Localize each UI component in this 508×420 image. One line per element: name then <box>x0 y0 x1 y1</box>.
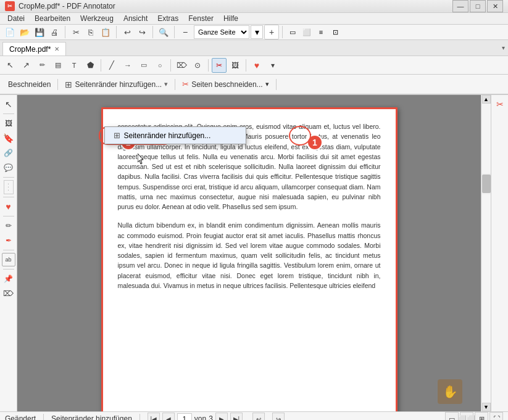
tab-close-button[interactable]: ✕ <box>54 46 59 52</box>
nav-last-button[interactable]: ▶| <box>230 413 243 420</box>
lt-bookmark[interactable]: 🔖 <box>2 131 15 145</box>
scroll-thumb[interactable] <box>482 175 491 193</box>
save-button[interactable]: 💾 <box>32 25 47 39</box>
scroll-down-button[interactable]: ▼ <box>482 403 491 411</box>
open-button[interactable]: 📂 <box>17 25 32 39</box>
dropdown-item-label: Seitenränder hinzufügen... <box>124 131 211 140</box>
seitenraender-icon: ⊞ <box>65 80 72 89</box>
lt-text-ab[interactable]: ab <box>2 253 15 266</box>
page-current-input[interactable] <box>177 413 192 420</box>
scroll-up-button[interactable]: ▲ <box>482 95 491 104</box>
dropdown-icon: ⊞ <box>114 131 120 140</box>
menu-datei[interactable]: Datei <box>2 13 30 24</box>
print-button[interactable]: 🖨 <box>47 25 62 39</box>
pdf-area: consectetur adipiscing elit. Quisque eni… <box>17 95 481 411</box>
zoom-plus-button[interactable]: ▾ <box>251 25 263 39</box>
menu-hilfe[interactable]: Hilfe <box>219 13 243 24</box>
beschneiden-label: Beschneiden <box>8 80 51 89</box>
redo-button[interactable]: ↪ <box>135 25 149 39</box>
undo-button[interactable]: ↩ <box>120 25 135 39</box>
page-info: von 3 <box>177 413 213 420</box>
new-button[interactable]: 📄 <box>2 25 17 39</box>
lt-pen2[interactable]: ✒ <box>2 234 15 247</box>
image-tool[interactable]: 🖼 <box>228 58 243 73</box>
search-button[interactable]: 🔍 <box>156 25 171 39</box>
window-controls: — □ ✕ <box>452 0 503 12</box>
page-total: 3 <box>209 414 213 420</box>
menu-fenster[interactable]: Fenster <box>183 13 219 24</box>
vc-single-button[interactable]: ▭ <box>445 412 459 420</box>
text-tool[interactable]: T <box>67 58 81 73</box>
circle-tool[interactable]: ○ <box>152 58 167 73</box>
close-button[interactable]: ✕ <box>487 0 503 12</box>
highlighter-tool[interactable]: ▤ <box>51 58 65 73</box>
main-toolbar: 📄 📂 💾 🖨 ✂ ⎘ 📋 ↩ ↪ 🔍 − Ganze Seite 50% 75… <box>0 25 508 40</box>
tab-scroll-button[interactable]: ▾ <box>498 39 508 56</box>
app-icon: ✂ <box>5 1 15 11</box>
menu-ansicht[interactable]: Ansicht <box>119 13 152 24</box>
crop-active-tool[interactable]: ✂ <box>212 58 227 73</box>
eraser-tool[interactable]: ⌦ <box>174 58 189 73</box>
nav-next-button[interactable]: ▶ <box>215 413 228 420</box>
arrow-tool[interactable]: ↗ <box>19 58 33 73</box>
pdf-page: consectetur adipiscing elit. Quisque eni… <box>101 107 398 411</box>
seitenraender-arrow: ▾ <box>164 80 168 88</box>
nav-prev-button[interactable]: ◀ <box>162 413 175 420</box>
lt-page-thumb[interactable]: 🖼 <box>2 117 15 130</box>
view-single-button[interactable]: ▭ <box>286 25 299 39</box>
menu-werkzeug[interactable]: Werkzeug <box>75 13 119 24</box>
stamp-tool[interactable]: ⬟ <box>83 58 98 73</box>
seitenraender-label: Seitenränder hinzufügen... <box>75 80 162 89</box>
vc-double-button[interactable]: ⬜⬜ <box>460 412 473 420</box>
lt-eraser[interactable]: ⌦ <box>2 287 15 300</box>
nav-forward-button[interactable]: ↪ <box>272 413 285 420</box>
zoom-select[interactable]: Ganze Seite 50% 75% 100% 125% 150% <box>194 25 249 39</box>
menu-extras[interactable]: Extras <box>152 13 183 24</box>
maximize-button[interactable]: □ <box>470 0 486 12</box>
dropdown-item-seitenraender[interactable]: ⊞ Seitenränder hinzufügen... <box>105 127 246 144</box>
right-panel: ✂ <box>491 95 508 411</box>
lasso-tool[interactable]: ⊙ <box>190 58 205 73</box>
lt-comment[interactable]: 💬 <box>2 161 15 175</box>
lt-heart[interactable]: ♥ <box>2 200 15 213</box>
lt-pencil[interactable]: ✏ <box>2 219 15 233</box>
zoom-add-button[interactable]: + <box>264 25 279 39</box>
seiten-beschneiden-button[interactable]: ✂ Seiten beschneiden... ▾ <box>177 77 274 91</box>
arrow-draw-tool[interactable]: → <box>120 58 135 73</box>
lt-select[interactable]: ↖ <box>2 97 15 111</box>
view-option4-button[interactable]: ⊡ <box>328 25 342 39</box>
rect-tool[interactable]: ▭ <box>136 58 151 73</box>
cut-button[interactable]: ✂ <box>69 25 83 39</box>
vc-grid-button[interactable]: ⊞ <box>475 412 488 420</box>
rp-crop-icon[interactable]: ✂ <box>493 97 507 111</box>
vc-fullscreen-button[interactable]: ⛶ <box>489 412 503 420</box>
status-sep-2 <box>139 414 140 420</box>
copy-button[interactable]: ⎘ <box>83 25 98 39</box>
lt-expand[interactable]: · · · <box>4 180 14 194</box>
lt-link[interactable]: 🔗 <box>2 146 15 160</box>
hand-button[interactable]: ✋ <box>438 379 462 404</box>
line-tool[interactable]: ╱ <box>104 58 119 73</box>
view-double-button[interactable]: ⬜ <box>300 25 314 39</box>
vertical-scrollbar[interactable]: ▲ ▼ <box>481 95 491 411</box>
beschneiden-button[interactable]: Beschneiden <box>2 78 56 91</box>
view-scroll-button[interactable]: ≡ <box>314 25 328 39</box>
document-tab[interactable]: CropMe.pdf* ✕ <box>2 42 66 56</box>
seitenraender-button[interactable]: ⊞ Seitenränder hinzufügen... ▾ <box>59 77 173 92</box>
nav-first-button[interactable]: |◀ <box>148 413 160 420</box>
pen-tool[interactable]: ✏ <box>35 58 49 73</box>
zoom-out-button[interactable]: − <box>178 25 193 39</box>
pdf-scroll[interactable]: consectetur adipiscing elit. Quisque eni… <box>17 95 481 411</box>
paste-button[interactable]: 📋 <box>98 25 113 39</box>
nav-back-button[interactable]: ↩ <box>252 413 265 420</box>
minimize-button[interactable]: — <box>452 0 468 12</box>
select-tool[interactable]: ↖ <box>2 58 17 73</box>
tab-bar: CropMe.pdf* ✕ ▾ <box>0 40 508 56</box>
more-tool[interactable]: ▾ <box>265 58 280 73</box>
menu-bearbeiten[interactable]: Bearbeiten <box>30 13 75 24</box>
seiten-icon: ✂ <box>182 80 189 89</box>
left-toolbar: ↖ 🖼 🔖 🔗 💬 · · · ♥ ✏ ✒ ab 📌 ⌦ <box>0 95 17 411</box>
heart-tool[interactable]: ♥ <box>249 58 264 73</box>
window-title: CropMe.pdf* - PDF Annotator <box>19 2 115 10</box>
lt-pin[interactable]: 📌 <box>2 272 15 286</box>
